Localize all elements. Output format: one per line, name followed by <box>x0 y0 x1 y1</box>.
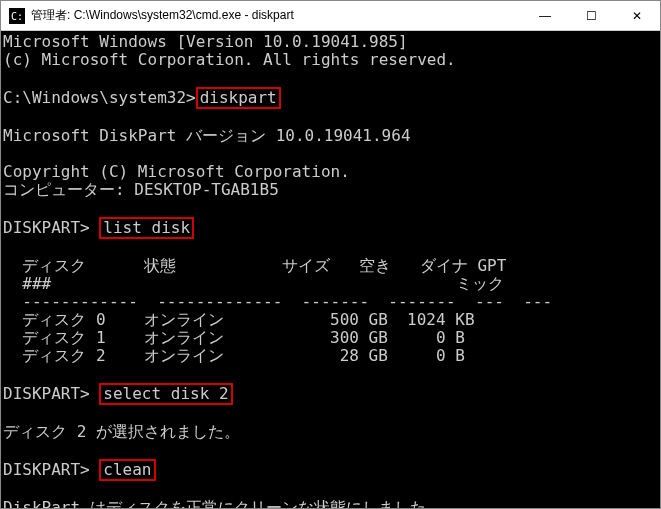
window-title: 管理者: C:\Windows\system32\cmd.exe - diskp… <box>31 7 294 24</box>
command-select-disk: select disk 2 <box>99 383 232 405</box>
command-list-disk: list disk <box>99 217 194 239</box>
line: DiskPart はディスクを正常にクリーンな状態にしました。 <box>3 498 442 509</box>
cmd-icon: C: <box>9 8 25 24</box>
line: Microsoft DiskPart バージョン 10.0.19041.964 <box>3 126 411 145</box>
command-diskpart: diskpart <box>196 87 281 109</box>
table-row: ディスク 1 オンライン 300 GB 0 B <box>3 328 465 347</box>
minimize-button[interactable]: — <box>522 1 568 31</box>
prompt: C:\Windows\system32> <box>3 88 196 107</box>
table-row: ディスク 0 オンライン 500 GB 1024 KB <box>3 310 475 329</box>
command-clean: clean <box>99 459 155 481</box>
line: コンピューター: DESKTOP-TGAB1B5 <box>3 180 279 199</box>
table-header: ディスク 状態 サイズ 空き ダイナ GPT <box>3 256 506 275</box>
table-separator: ------------ ------------- ------- -----… <box>3 292 552 311</box>
line: Microsoft Windows [Version 10.0.19041.98… <box>3 32 408 51</box>
titlebar[interactable]: C: 管理者: C:\Windows\system32\cmd.exe - di… <box>1 1 660 31</box>
cmd-window: C: 管理者: C:\Windows\system32\cmd.exe - di… <box>0 0 661 509</box>
terminal-output[interactable]: Microsoft Windows [Version 10.0.19041.98… <box>1 31 660 508</box>
svg-text:C:: C: <box>11 11 23 22</box>
prompt: DISKPART> <box>3 460 99 479</box>
prompt: DISKPART> <box>3 218 99 237</box>
close-button[interactable]: ✕ <box>614 1 660 31</box>
table-row: ディスク 2 オンライン 28 GB 0 B <box>3 346 465 365</box>
line: ディスク 2 が選択されました。 <box>3 422 240 441</box>
table-header: ### ミック <box>3 274 504 293</box>
line: (c) Microsoft Corporation. All rights re… <box>3 50 456 69</box>
prompt: DISKPART> <box>3 384 99 403</box>
line: Copyright (C) Microsoft Corporation. <box>3 162 350 181</box>
maximize-button[interactable]: ☐ <box>568 1 614 31</box>
